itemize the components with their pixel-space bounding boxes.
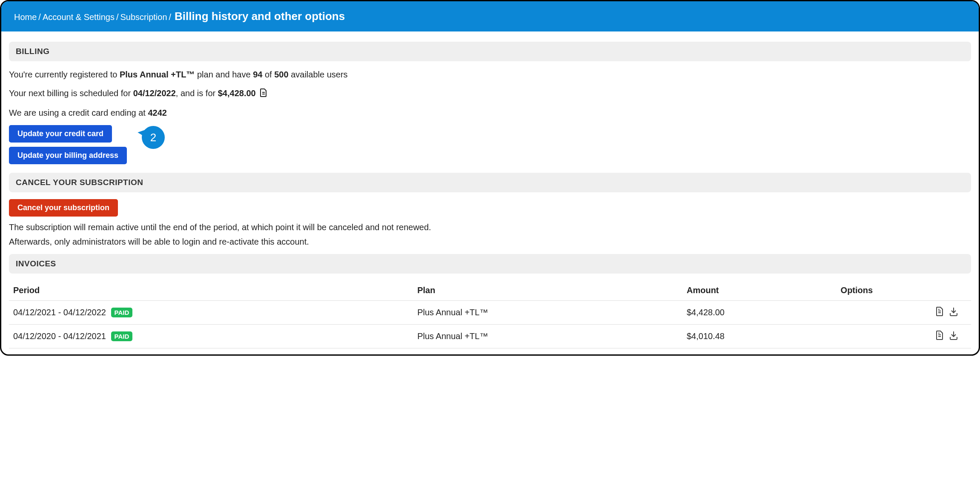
billing-next-info: Your next billing is scheduled for 04/12… <box>9 87 971 100</box>
update-credit-card-button[interactable]: Update your credit card <box>9 125 112 143</box>
breadcrumb-separator: / <box>169 12 172 22</box>
breadcrumb-current: Billing history and other options <box>175 10 345 23</box>
billing-plan-info: You're currently registered to Plus Annu… <box>9 68 971 81</box>
invoice-period: 04/12/2020 - 04/12/2021 <box>13 331 106 341</box>
callout-number: 2 <box>150 131 156 144</box>
invoice-period: 04/12/2021 - 04/12/2022 <box>13 308 106 317</box>
section-title-cancel: CANCEL YOUR SUBSCRIPTION <box>16 178 964 187</box>
table-row: 04/12/2020 - 04/12/2021 PAID Plus Annual… <box>9 325 971 348</box>
breadcrumb: Home / Account & Settings / Subscription… <box>1 1 979 31</box>
section-header-cancel: CANCEL YOUR SUBSCRIPTION <box>9 173 971 192</box>
cancel-note-2: Afterwards, only administrators will be … <box>9 235 971 248</box>
invoices-table: Period Plan Amount Options 04/12/2021 - … <box>9 280 971 348</box>
th-amount: Amount <box>682 280 837 301</box>
invoice-amount: $4,010.48 <box>682 325 837 348</box>
cancel-subscription-button[interactable]: Cancel your subscription <box>9 199 118 217</box>
breadcrumb-subscription[interactable]: Subscription <box>120 12 167 22</box>
th-options: Options <box>837 280 971 301</box>
breadcrumb-separator: / <box>116 12 119 22</box>
invoice-icon[interactable] <box>260 88 267 100</box>
section-header-billing: BILLING <box>9 42 971 61</box>
view-invoice-icon[interactable] <box>935 307 944 316</box>
th-period: Period <box>9 280 413 301</box>
download-invoice-icon[interactable] <box>949 331 958 340</box>
section-title-billing: BILLING <box>16 47 964 56</box>
section-header-invoices: INVOICES <box>9 254 971 274</box>
breadcrumb-account-settings[interactable]: Account & Settings <box>43 12 115 22</box>
breadcrumb-separator: / <box>38 12 41 22</box>
download-invoice-icon[interactable] <box>949 307 958 316</box>
table-row: 04/12/2021 - 04/12/2022 PAID Plus Annual… <box>9 301 971 325</box>
th-plan: Plan <box>413 280 682 301</box>
cancel-note-1: The subscription will remain active unti… <box>9 221 971 234</box>
view-invoice-icon[interactable] <box>935 331 944 340</box>
section-title-invoices: INVOICES <box>16 259 964 268</box>
invoice-plan: Plus Annual +TL™ <box>413 301 682 325</box>
invoice-plan: Plus Annual +TL™ <box>413 325 682 348</box>
billing-card-info: We are using a credit card ending at 424… <box>9 106 971 119</box>
update-billing-address-button[interactable]: Update your billing address <box>9 147 127 164</box>
status-badge: PAID <box>111 331 133 341</box>
invoice-amount: $4,428.00 <box>682 301 837 325</box>
step-callout-2: 2 <box>142 126 165 149</box>
breadcrumb-home[interactable]: Home <box>14 12 37 22</box>
status-badge: PAID <box>111 308 133 317</box>
